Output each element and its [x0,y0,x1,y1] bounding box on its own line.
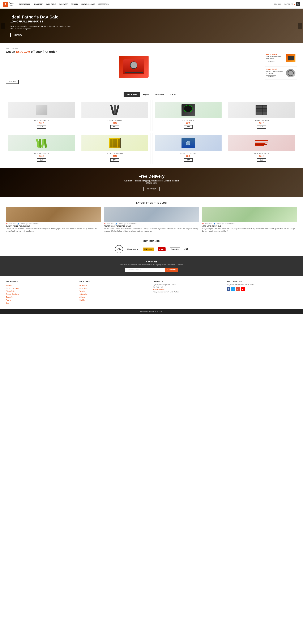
wishlist-icon[interactable]: ♥ [294,4,295,5]
delivery-description: We offer free expedited shipping within … [124,180,180,184]
promo-main-image [119,56,148,78]
hero-cta-button[interactable]: SHOP NOW [10,33,25,38]
hero-content: Ideal Father's Day Sale 10% OFF ALL PROD… [10,14,72,38]
brand-ideal[interactable]: Ideal [158,247,166,251]
product-1-buy-button[interactable]: BUY [37,125,46,128]
newsletter-subscribe-button[interactable]: SUBSCRIBE [165,268,178,272]
footer-link-about[interactable]: About Us [6,284,76,286]
brand-husqvarna[interactable]: Husqvarna [127,248,139,250]
promo-card-1-image [286,54,296,62]
hero-next-button[interactable]: › [298,23,302,29]
blog-post-3-date: 13-09-2016 [205,223,212,224]
footer-email: info@demosite.org [153,289,224,290]
product-8-buy-button[interactable]: BUY [257,158,266,162]
footer-link-terms[interactable]: Terms & Conditions [6,293,76,295]
footer-grid: Information About Us Delivery Informatio… [6,280,297,305]
footer-hours: 7 Days a week from 9:00 am to 7:00 pm [153,291,224,293]
tab-new-arrivals[interactable]: New Arrivals [124,92,140,97]
product-card-6: STANLEY STMTF61651 $240 BUY [79,133,150,164]
product-6-price: $240 [82,155,148,157]
footer-link-contact[interactable]: Contact Us [6,296,76,298]
product-3-buy-button[interactable]: BUY [184,125,192,128]
logo[interactable]: T Tools Store [3,2,14,7]
footer-link-wishlist[interactable]: Wish List [80,290,150,292]
blog-post-2-author-icon: 👤 [115,223,117,224]
promo-card-1-discount: Get 35% off [266,53,284,56]
products-row-2: CRAFTSMAN EVOLV $240 BUY STANLEY STMTF61… [6,133,297,164]
promo-headline-prefix: Get an [6,50,15,53]
social-google-button[interactable]: G+ [236,287,240,291]
hero-banner: ‹ Ideal Father's Day Sale 10% OFF ALL PR… [0,8,303,43]
nav-item-benches[interactable]: BENCHES [70,0,80,8]
footer-link-delivery[interactable]: Delivery Information [6,287,76,289]
blog-grid: 📅 13-09-2016 👤 ADMIN 💬 12 COMMENTS QUALI… [6,207,297,232]
blog-section-title: Latest from the Blog [6,202,297,204]
product-card-5: CRAFTSMAN EVOLV $240 BUY [6,133,77,164]
footer-link-orders[interactable]: Order History [80,287,150,289]
product-4-image [228,102,295,118]
footer-link-affiliates[interactable]: Affiliates [80,296,150,298]
search-button[interactable]: 🔍 [296,2,300,6]
promo-cta-button[interactable]: SHOP NOW [6,80,18,84]
product-2-image [82,102,148,118]
product-card-8: CRAFTSMAN EVOLV $240 BUY [226,133,297,164]
promo-card-2-discount: Super Sale! [266,68,284,70]
product-tabs: New Arrivals Popular Bestsellers Special… [6,92,297,97]
footer-link-sitemap[interactable]: Site Map [80,299,150,301]
blog-post-1-meta: 📅 13-09-2016 👤 ADMIN 💬 12 COMMENTS [6,223,101,224]
social-facebook-button[interactable]: f [226,287,230,291]
promo-card-2-btn[interactable]: SHOP NOW [266,76,276,78]
blog-post-3-comment-icon: 💬 [222,223,224,224]
footer-col-social: Get connected Like, share, or follow us … [226,280,297,305]
logo-icon: T [3,2,8,7]
footer-link-privacy[interactable]: Privacy Policy [6,290,76,292]
social-twitter-button[interactable]: t [231,287,235,291]
brand-powr-grip[interactable]: Powr-Grip [170,248,180,251]
tab-bestsellers[interactable]: Bestsellers [152,92,167,97]
promo-card-2-text: Super Sale! Schner 14 Inch Wet Electric … [266,68,284,78]
brand-circular[interactable]: WSBRAND [115,245,123,253]
promo-right: Get 35% off WEN 6530 6 Amp Electric Hand… [264,48,297,84]
nav-item-power-tools[interactable]: POWER TOOLS ▾ [18,0,33,8]
blog-post-3: 📅 13-09-2016 👤 ADMIN 💬 12 COMMENTS LET'S… [202,207,297,232]
hero-prev-button[interactable]: ‹ [1,23,5,29]
product-6-buy-button[interactable]: BUY [110,158,119,162]
product-6-name: STANLEY STMTF61651 [82,153,148,154]
product-card-2: STANLE STMTF61651 $240 BUY [79,100,150,131]
footer-link-myaccount[interactable]: My Account [80,284,150,286]
delivery-cta-button[interactable]: SHOP NOW [143,187,160,191]
nav-item-vices[interactable]: VICES & STORAGE [80,0,96,8]
promo-card-1-btn[interactable]: SHOP NOW [266,60,276,63]
product-3-image [155,102,222,118]
language-selector[interactable]: ENGLISH [274,4,281,5]
blog-post-2: 📅 13-09-2016 👤 ADMIN 💬 12 COMMENTS ROUTE… [104,207,199,232]
product-5-buy-button[interactable]: BUY [37,158,46,162]
brand-cst[interactable]: CST/berger [143,248,154,251]
newsletter-email-input[interactable] [125,268,165,272]
newsletter-form: SUBSCRIBE [125,268,178,272]
brands-row: WSBRAND Husqvarna CST/berger Ideal Powr-… [6,245,297,253]
footer-link-vouchers[interactable]: Gift Vouchers [80,293,150,295]
social-youtube-button[interactable]: ▶ [241,287,244,291]
nav-item-workwear[interactable]: WORKWEAR [57,0,70,8]
nav-item-machinery[interactable]: MACHINERY [33,0,45,8]
product-card-4: STANLEY STMTF61651 $240 BUY [226,100,297,131]
product-7-buy-button[interactable]: BUY [184,158,192,162]
product-4-buy-button[interactable]: BUY [257,125,266,128]
promo-headline-highlight: Extra 10% [16,50,30,53]
nav-item-accessories[interactable]: ACCESSORIES [96,0,110,8]
blog-post-3-author: ADMIN [216,223,221,224]
nav-item-hand-tools[interactable]: HAND TOOLS [45,0,58,8]
brand-sk[interactable]: SK [184,248,188,251]
header-right: ENGLISH | USD DOLLAR ♥ 🔍 [274,2,300,6]
footer-link-returns[interactable]: Returns [6,299,76,301]
blog-post-2-comment-icon: 💬 [124,223,126,224]
footer-social-heading: Get connected [226,280,297,282]
footer-link-blog[interactable]: Blog [6,302,76,304]
blog-post-1-excerpt: Here you will find more useful informati… [6,228,101,232]
product-7-name: WATER COOLED TOOL [155,153,222,154]
currency-selector[interactable]: USD DOLLAR [284,4,293,5]
tab-specials[interactable]: Specials [167,92,179,97]
product-2-buy-button[interactable]: BUY [110,125,119,128]
tab-popular[interactable]: Popular [140,92,152,97]
